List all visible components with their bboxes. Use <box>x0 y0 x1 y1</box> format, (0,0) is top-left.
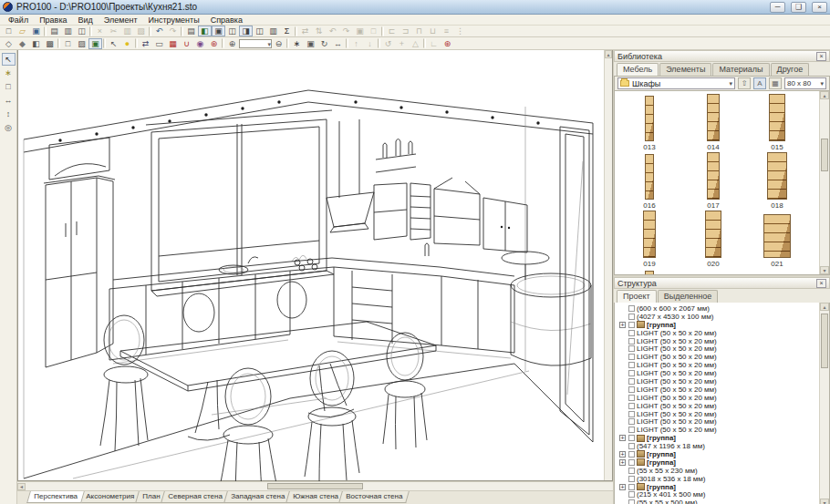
tree-row[interactable]: + (55 x 55 x 500 мм) <box>619 499 818 504</box>
tree-row[interactable]: + LIGHT (50 x 50 x 20 мм) <box>619 377 818 386</box>
library-tab[interactable]: Элементы <box>659 63 711 76</box>
menu-item[interactable]: Вид <box>73 15 99 25</box>
toolbar-button[interactable]: ↺ <box>381 38 395 49</box>
toolbar-button[interactable]: × <box>93 26 107 36</box>
toolbar-button[interactable] <box>57 38 60 48</box>
icon-view-button[interactable]: ▦ <box>769 77 782 89</box>
tree-checkbox[interactable] <box>628 499 635 504</box>
toolbar-button[interactable]: ∟ <box>427 38 441 49</box>
toolbar-button[interactable]: ▣ <box>212 26 225 36</box>
library-item[interactable]: 015 <box>745 94 809 152</box>
tree-checkbox[interactable] <box>628 459 635 466</box>
toolbar-button[interactable]: ◇ <box>2 38 16 49</box>
tree-checkbox[interactable] <box>628 330 635 336</box>
scrollbar-thumb[interactable] <box>267 483 362 489</box>
library-item[interactable] <box>681 269 745 275</box>
tool-button[interactable]: ∗ <box>2 67 16 79</box>
tree-row[interactable]: + LIGHT (50 x 50 x 20 мм) <box>619 410 818 418</box>
tree-row[interactable]: + LIGHT (50 x 50 x 20 мм) <box>619 345 818 353</box>
library-item[interactable]: 019 <box>617 211 681 269</box>
scroll-up-icon[interactable]: ▴ <box>820 91 829 99</box>
toolbar-button[interactable]: ◆ <box>16 38 29 49</box>
tree-item-label[interactable]: [группа] <box>647 483 676 491</box>
toolbar-button[interactable]: ◨ <box>239 26 253 36</box>
toolbar-button[interactable]: ↷ <box>339 26 353 36</box>
tree-expander-icon[interactable]: + <box>619 459 626 466</box>
tree-expander-icon[interactable]: + <box>619 484 626 490</box>
scroll-down-icon[interactable]: ▾ <box>820 266 829 274</box>
toolbar-button[interactable]: ▦ <box>166 38 180 49</box>
toolbar-button[interactable]: Σ <box>280 26 294 36</box>
toolbar-button[interactable]: ◧ <box>29 38 43 49</box>
toolbar-button[interactable]: ↶ <box>152 26 166 36</box>
tree-row[interactable]: + LIGHT (50 x 50 x 20 мм) <box>619 329 818 337</box>
tree-item-label[interactable]: LIGHT (50 x 50 x 20 мм) <box>637 329 717 337</box>
library-item[interactable]: 018 <box>745 152 809 211</box>
scrollbar-thumb[interactable] <box>821 139 828 171</box>
library-item[interactable] <box>617 269 681 275</box>
close-button[interactable]: × <box>812 2 827 13</box>
library-item[interactable]: 013 <box>617 94 681 152</box>
view-tab[interactable]: Северная стена <box>161 491 229 503</box>
tree-row[interactable]: + (600 x 600 x 2067 мм) <box>619 304 818 313</box>
tree-row[interactable]: + [группа] <box>619 434 818 442</box>
toolbar-button[interactable]: ▩ <box>43 38 57 49</box>
tool-button[interactable]: ↖ <box>2 53 16 66</box>
toolbar-button[interactable] <box>222 38 224 48</box>
tree-item-label[interactable]: (4027 x 4530 x 100 мм) <box>637 313 713 321</box>
toolbar-button[interactable]: ▥ <box>61 26 75 36</box>
toolbar-button[interactable]: ∪ <box>180 38 193 49</box>
toolbar-button[interactable]: ✂ <box>107 26 120 36</box>
menu-item[interactable]: Инструменты <box>143 15 205 25</box>
sort-button[interactable]: A <box>753 77 766 89</box>
toolbar-button[interactable]: ▣ <box>29 26 43 36</box>
scroll-down-icon[interactable]: ▾ <box>820 499 829 504</box>
toolbar-button[interactable]: ▧ <box>134 26 148 36</box>
tree-row[interactable]: + LIGHT (50 x 50 x 20 мм) <box>619 337 818 345</box>
toolbar-button[interactable] <box>378 38 380 48</box>
canvas-horizontal-scrollbar[interactable]: ◂ <box>17 481 613 490</box>
tree-item-label[interactable]: (547 x 1196 x 18 мм) <box>637 442 705 450</box>
canvas-vertical-scrollbar[interactable]: ▴ <box>604 50 612 480</box>
tree-checkbox[interactable] <box>628 451 635 458</box>
tree-item-label[interactable]: (3018 x 536 x 18 мм) <box>637 475 705 483</box>
toolbar-button[interactable]: ↑ <box>349 38 363 49</box>
menu-item[interactable]: Правка <box>34 15 72 25</box>
toolbar-button[interactable]: ▤ <box>184 26 198 36</box>
maximize-button[interactable]: ❑ <box>791 2 806 13</box>
tree-checkbox[interactable] <box>628 484 635 490</box>
scrollbar-thumb[interactable] <box>821 314 828 368</box>
view-tab[interactable]: Восточная стена <box>339 491 410 503</box>
tree-item-label[interactable]: LIGHT (50 x 50 x 20 мм) <box>637 402 717 410</box>
tree-checkbox[interactable] <box>628 345 635 352</box>
tool-button[interactable]: ↕ <box>2 108 16 120</box>
toolbar-button[interactable]: ↖ <box>107 38 120 49</box>
library-close-icon[interactable]: × <box>816 52 826 61</box>
tree-item-label[interactable]: [группа] <box>647 450 676 458</box>
toolbar-button[interactable]: ⊏ <box>385 26 399 36</box>
tree-row[interactable]: + (4027 x 4530 x 100 мм) <box>619 313 818 321</box>
toolbar-button[interactable] <box>89 26 92 36</box>
toolbar-button[interactable]: ▥ <box>120 26 134 36</box>
library-scrollbar[interactable]: ▴ ▾ <box>819 91 829 274</box>
toolbar-button[interactable]: ◫ <box>75 26 88 36</box>
tool-button[interactable]: ◎ <box>2 121 16 134</box>
tree-checkbox[interactable] <box>628 435 635 441</box>
toolbar-button[interactable]: ◧ <box>198 26 212 36</box>
tree-item-label[interactable]: LIGHT (50 x 50 x 20 мм) <box>637 337 717 345</box>
library-tab[interactable]: Другое <box>771 63 810 76</box>
toolbar-button[interactable]: ↓ <box>363 38 377 49</box>
tree-checkbox[interactable] <box>628 491 635 498</box>
toolbar-button[interactable]: □ <box>2 26 16 36</box>
toolbar-button[interactable]: ⇄ <box>139 38 152 49</box>
tree-row[interactable]: + LIGHT (50 x 50 x 20 мм) <box>619 417 818 426</box>
tree-checkbox[interactable] <box>628 395 635 401</box>
toolbar-button[interactable]: ⊛ <box>441 38 454 49</box>
scroll-left-icon[interactable]: ◂ <box>17 483 26 490</box>
tree-row[interactable]: + (547 x 1196 x 18 мм) <box>619 442 818 450</box>
toolbar-button[interactable]: ⇄ <box>298 26 312 36</box>
tree-item-label[interactable]: LIGHT (50 x 50 x 20 мм) <box>637 417 717 426</box>
tool-button[interactable]: □ <box>2 80 16 93</box>
tree-checkbox[interactable] <box>628 411 635 417</box>
tree-row[interactable]: + LIGHT (50 x 50 x 20 мм) <box>619 426 818 434</box>
